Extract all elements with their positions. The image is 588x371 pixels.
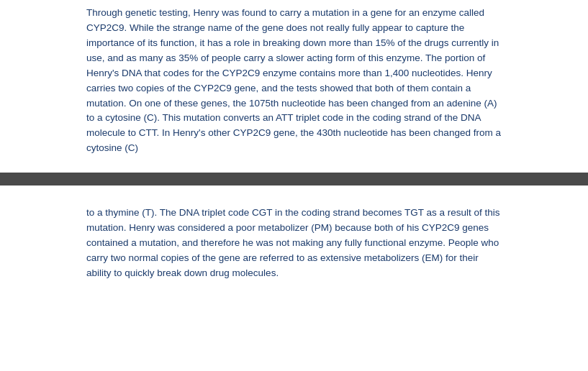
- bottom-paragraph: to a thymine (T). The DNA triplet code C…: [86, 206, 502, 281]
- top-paragraph: Through genetic testing, Henry was found…: [86, 6, 502, 156]
- top-section: Through genetic testing, Henry was found…: [0, 0, 588, 173]
- section-divider: [0, 173, 588, 186]
- bottom-section: to a thymine (T). The DNA triplet code C…: [0, 186, 588, 371]
- page-container: Through genetic testing, Henry was found…: [0, 0, 588, 371]
